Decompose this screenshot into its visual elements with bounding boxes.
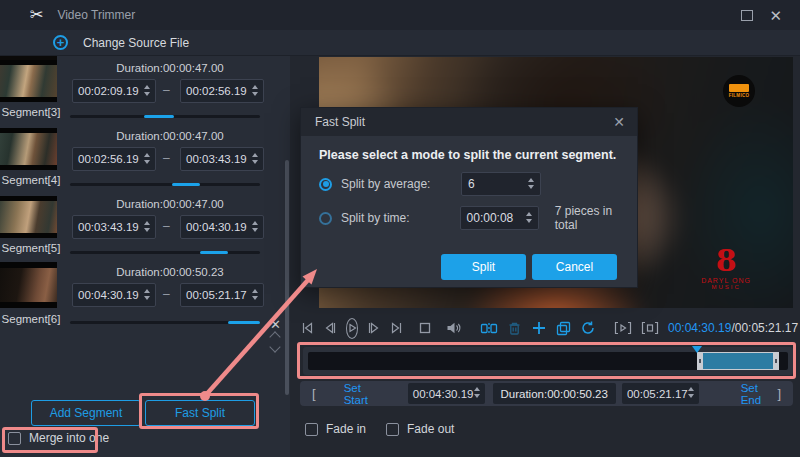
volume-icon[interactable] bbox=[446, 321, 462, 335]
delete-segment-icon[interactable] bbox=[507, 321, 522, 336]
segment-thumbnail[interactable] bbox=[0, 128, 57, 170]
range-dash: – bbox=[163, 287, 170, 301]
set-end-button[interactable]: Set End bbox=[741, 382, 778, 406]
segment-position-slider[interactable] bbox=[70, 251, 260, 254]
trim-end-handle[interactable] bbox=[773, 353, 778, 369]
trim-end-input[interactable]: 00:05:21.17 bbox=[622, 383, 699, 404]
segment-row-5[interactable]: Segment[5] Duration:00:00:47.00 00:03:43… bbox=[0, 193, 290, 261]
window-title: Video Trimmer bbox=[57, 8, 135, 22]
maximize-button[interactable] bbox=[741, 10, 753, 21]
segment-end-input[interactable]: 00:05:21.17 bbox=[180, 283, 264, 307]
segment-label: Segment[3] bbox=[0, 106, 62, 118]
reset-icon[interactable] bbox=[580, 320, 596, 336]
timeline-selection[interactable] bbox=[697, 352, 780, 370]
time-length-input[interactable]: 00:00:08 bbox=[460, 206, 539, 230]
fade-in-checkbox[interactable]: Fade in bbox=[305, 422, 366, 436]
split-by-average-row: Split by average: 6 bbox=[319, 172, 541, 196]
split-segment-icon[interactable] bbox=[480, 321, 498, 336]
copy-segment-icon[interactable] bbox=[556, 321, 571, 336]
segment-end-input[interactable]: 00:04:30.19 bbox=[180, 215, 264, 239]
segment-thumbnail[interactable] bbox=[0, 262, 57, 308]
segment-end-input[interactable]: 00:02:56.19 bbox=[180, 79, 264, 103]
time-spinner[interactable] bbox=[688, 386, 694, 401]
number-spinner[interactable] bbox=[528, 177, 534, 192]
segment-position-slider[interactable] bbox=[70, 183, 260, 186]
set-start-button[interactable]: Set Start bbox=[344, 382, 384, 406]
segment-label: Segment[6] bbox=[0, 313, 62, 325]
playhead-marker[interactable] bbox=[692, 346, 702, 358]
stop-segment-icon[interactable] bbox=[641, 321, 659, 335]
skip-to-start-icon[interactable] bbox=[300, 321, 314, 335]
scissors-icon: ✂ bbox=[30, 7, 43, 23]
scroll-up-icon[interactable] bbox=[271, 333, 283, 341]
time-spinner[interactable] bbox=[144, 220, 150, 235]
split-by-time-row: Split by time: 00:00:08 7 pieces in tota… bbox=[319, 204, 637, 232]
segment-position-slider[interactable] bbox=[70, 321, 260, 324]
split-by-time-radio[interactable] bbox=[319, 212, 332, 225]
checkbox-icon[interactable] bbox=[8, 432, 21, 445]
segment-label: Segment[4] bbox=[0, 174, 62, 186]
segment-thumbnail[interactable] bbox=[0, 196, 57, 238]
step-forward-icon[interactable] bbox=[367, 321, 381, 335]
scroll-down-icon[interactable] bbox=[271, 343, 283, 351]
title-bar: ✂ Video Trimmer ✕ bbox=[0, 0, 800, 30]
dialog-title: Fast Split bbox=[315, 115, 365, 129]
trim-duration: Duration:00:00:50.23 bbox=[493, 383, 616, 404]
channel-watermark-logo: FILMICO bbox=[723, 75, 755, 107]
dialog-message: Please select a mode to split the curren… bbox=[319, 148, 616, 162]
time-spinner[interactable] bbox=[526, 211, 532, 226]
time-spinner[interactable] bbox=[474, 386, 480, 401]
segment-start-input[interactable]: 00:02:56.19 bbox=[72, 147, 156, 171]
time-spinner[interactable] bbox=[252, 288, 258, 303]
segment-position-slider[interactable] bbox=[70, 115, 260, 118]
step-back-icon[interactable] bbox=[323, 321, 337, 335]
segment-duration: Duration:00:00:47.00 bbox=[70, 198, 270, 210]
checkbox-icon[interactable] bbox=[386, 423, 399, 436]
cancel-button[interactable]: Cancel bbox=[532, 254, 617, 280]
segment-row-6[interactable]: Segment[6] Duration:00:00:50.23 00:04:30… bbox=[0, 261, 290, 336]
segment-list-scrollbar[interactable] bbox=[285, 160, 289, 395]
timeline[interactable] bbox=[303, 347, 793, 375]
video-trimmer-window: ✂ Video Trimmer ✕ + Change Source File S… bbox=[0, 0, 800, 457]
time-spinner[interactable] bbox=[144, 84, 150, 99]
add-segment-button[interactable]: Add Segment bbox=[31, 400, 141, 426]
add-segment-icon[interactable] bbox=[531, 320, 547, 336]
segment-duration: Duration:00:00:50.23 bbox=[70, 266, 270, 278]
range-dash: – bbox=[163, 219, 170, 233]
fast-split-dialog: Fast Split ✕ Please select a mode to spl… bbox=[300, 107, 638, 288]
play-icon[interactable] bbox=[346, 318, 358, 339]
fade-options: Fade in Fade out bbox=[305, 422, 454, 436]
time-spinner[interactable] bbox=[252, 84, 258, 99]
segment-end-input[interactable]: 00:03:43.19 bbox=[180, 147, 264, 171]
plus-circle-icon: + bbox=[53, 35, 68, 50]
skip-to-end-icon[interactable] bbox=[390, 321, 404, 335]
segment-row-3[interactable]: Segment[3] Duration:00:00:47.00 00:02:09… bbox=[0, 57, 290, 125]
segment-row-4[interactable]: Segment[4] Duration:00:00:47.00 00:02:56… bbox=[0, 125, 290, 193]
stop-icon[interactable] bbox=[419, 322, 431, 334]
range-dash: – bbox=[163, 151, 170, 165]
time-spinner[interactable] bbox=[252, 152, 258, 167]
segment-start-input[interactable]: 00:04:30.19 bbox=[72, 283, 156, 307]
time-spinner[interactable] bbox=[144, 152, 150, 167]
change-source-file-button[interactable]: Change Source File bbox=[83, 36, 189, 50]
time-spinner[interactable] bbox=[252, 220, 258, 235]
fast-split-button[interactable]: Fast Split bbox=[145, 400, 255, 426]
split-confirm-button[interactable]: Split bbox=[441, 254, 526, 280]
merge-into-one-checkbox[interactable]: Merge into one bbox=[8, 431, 109, 445]
time-spinner[interactable] bbox=[144, 288, 150, 303]
remove-segment-icon[interactable]: ✕ bbox=[270, 317, 281, 332]
dialog-close-icon[interactable]: ✕ bbox=[613, 114, 625, 130]
timeline-track[interactable] bbox=[308, 352, 788, 370]
fade-out-checkbox[interactable]: Fade out bbox=[386, 422, 454, 436]
segment-start-input[interactable]: 00:02:09.19 bbox=[72, 79, 156, 103]
close-button[interactable]: ✕ bbox=[769, 8, 782, 23]
segment-thumbnail[interactable] bbox=[0, 60, 57, 102]
segment-start-input[interactable]: 00:03:43.19 bbox=[72, 215, 156, 239]
trim-start-input[interactable]: 00:04:30.19 bbox=[408, 383, 485, 404]
segment-label: Segment[5] bbox=[0, 242, 62, 254]
average-count-input[interactable]: 6 bbox=[461, 172, 541, 196]
play-segment-icon[interactable] bbox=[614, 321, 632, 335]
checkbox-icon[interactable] bbox=[305, 423, 318, 436]
pieces-total-note: 7 pieces in total bbox=[555, 204, 637, 232]
split-by-average-radio[interactable] bbox=[319, 178, 332, 191]
